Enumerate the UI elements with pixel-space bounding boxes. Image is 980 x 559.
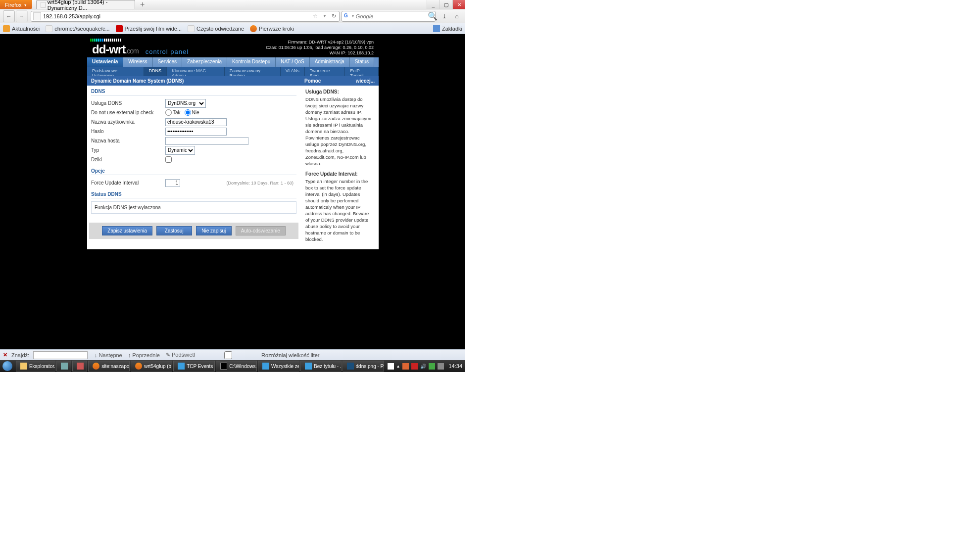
bookmark-item[interactable]: Często odwiedzane [188,25,244,32]
taskbar-item[interactable]: Wszystkie ze ... [258,361,299,372]
type-label: Typ [91,147,165,153]
ie-icon [262,363,269,370]
help-header: Pomoc wiecej... [300,76,379,86]
force-interval-input[interactable] [165,179,180,187]
home-icon[interactable]: ⌂ [451,11,462,22]
taskbar-item[interactable]: Bez tytułu - ... [300,361,341,372]
tab-wireless[interactable]: Wireless [123,57,152,67]
site-identity-icon[interactable] [33,12,41,20]
ie-icon [178,363,185,370]
username-input[interactable] [165,118,227,126]
tray-icon[interactable] [429,363,435,370]
bookmark-star-icon[interactable]: ☆ [310,13,321,19]
tray-icon[interactable] [388,363,394,370]
button-row: Zapisz ustawienia Zastosuj Nie zapisuj A… [89,223,298,239]
taskbar-item[interactable]: TCP Events ... [173,361,215,372]
search-box[interactable]: G ▾ 🔍 [342,11,436,22]
explorer-icon [20,363,27,370]
firefox-icon [93,363,99,370]
hostname-label: Nazwa hosta [91,138,165,143]
close-button[interactable]: ✕ [452,0,465,9]
bookmark-item[interactable]: chrome://seoquake/c... [46,25,109,32]
bookmark-item[interactable]: Prześlij swój film wide... [116,25,182,32]
tab-nat-qos[interactable]: NAT / QoS [276,57,309,67]
browser-tab[interactable]: wrt54glup (build 13064) - Dynamiczny D..… [36,0,135,9]
tab-administracja[interactable]: Administracja [310,57,350,67]
decor-dots [90,39,122,42]
extip-no-radio[interactable] [185,109,191,116]
extip-label: Do not use external ip check [91,110,165,115]
bookmarks-menu-button[interactable]: Zakładki [433,25,462,32]
maximize-button[interactable]: ▢ [440,0,452,9]
taskbar-clock[interactable]: 14:34 [448,363,462,369]
subtab-ddns[interactable]: DDNS [144,67,167,76]
tab-services[interactable]: Services [153,57,182,67]
ddns-legend: DDNS [91,88,296,95]
wildcard-checkbox[interactable] [165,156,172,163]
find-prev-button[interactable]: ↑ Poprzednie [128,352,160,358]
subtab-podstawowe[interactable]: Podstawowe Ustawienie [87,67,144,76]
tab-ustawienia[interactable]: Ustawienia [87,57,123,67]
subtab-routing[interactable]: Zaawansowany Routing [225,67,281,76]
service-select[interactable]: DynDNS.org [165,99,206,108]
start-button[interactable] [0,360,15,372]
password-input[interactable] [165,128,227,136]
search-engine-dropdown[interactable]: ▾ [350,14,356,18]
tray-expand-icon[interactable]: ▲ [396,364,400,369]
bookmark-item[interactable]: Aktualności [3,25,40,32]
forward-button[interactable]: → [16,10,28,22]
find-next-button[interactable]: ↓ Następne [95,352,122,358]
bookmark-item[interactable]: Pierwsze kroki [250,25,294,32]
back-button[interactable]: ← [3,10,15,22]
help-more-link[interactable]: wiecej... [356,78,375,84]
url-input[interactable] [43,13,310,19]
apply-button[interactable]: Zastosuj [156,226,192,235]
tray-icon[interactable] [402,363,409,370]
tab-title: wrt54glup (build 13064) - Dynamiczny D..… [48,0,131,11]
minimize-button[interactable]: _ [427,0,440,9]
windows-taskbar: Eksplorator... site:naszapol... wrt54glu… [0,360,465,372]
highlight-button[interactable]: ✎ Podświetl [166,352,195,358]
service-label: Usluga DDNS [91,100,165,106]
find-input[interactable] [33,351,88,359]
findbar-close-icon[interactable]: ✕ [3,352,7,358]
find-bar: ✕ Znajdź: ↓ Następne ↑ Poprzednie ✎ Podś… [0,349,465,360]
type-select[interactable]: Dynamiczny [165,146,195,155]
reload-button[interactable]: ↻ [329,13,339,19]
downloads-icon[interactable]: ⤓ [439,11,450,22]
tab-zabezpieczenia[interactable]: Zabezpieczenia [182,57,227,67]
subtab-vlans[interactable]: VLANs [281,67,305,76]
extip-yes-radio[interactable] [165,109,172,116]
subtab-eoip[interactable]: EoIP Tunnel [345,67,379,76]
subtab-tworzenie[interactable]: Tworzenie Sieci [305,67,345,76]
tab-status[interactable]: Status [350,57,374,67]
save-button[interactable]: Zapisz ustawienia [102,226,152,235]
taskbar-item[interactable]: wrt54glup (b... [131,361,172,372]
username-label: Nazwa uzytkownika [91,119,165,125]
google-icon: G [344,13,348,20]
taskbar-item[interactable] [72,361,87,372]
cancel-button[interactable]: Nie zapisuj [196,226,232,235]
force-label: Force Update Interval [91,180,165,186]
new-tab-button[interactable]: + [137,0,148,9]
window-titlebar: Firefox▼ wrt54glup (build 13064) - Dynam… [0,0,465,9]
url-dropdown-icon[interactable]: ▼ [321,14,329,18]
match-case-checkbox[interactable] [201,351,255,359]
taskbar-item[interactable]: site:naszapol... [88,361,130,372]
taskbar-item[interactable] [56,361,71,372]
volume-icon[interactable]: 🔊 [420,364,426,369]
network-icon[interactable] [438,363,444,370]
taskbar-item[interactable]: C:\Windows... [216,361,257,372]
search-icon[interactable]: 🔍 [425,11,441,21]
search-input[interactable] [356,13,425,19]
opcje-legend: Opcje [91,167,296,175]
auto-refresh-button[interactable]: Auto-odswiezanie [236,226,286,235]
url-bar[interactable]: ☆ ▼ ↻ [31,11,340,22]
taskbar-item[interactable]: ddns.png - P... [343,361,384,372]
firefox-menu-button[interactable]: Firefox▼ [0,0,32,9]
hostname-input[interactable] [165,137,248,145]
tab-kontrola[interactable]: Kontrola Dostepu [227,57,276,67]
subtab-mac[interactable]: Klonowanie MAC Adresu [167,67,224,76]
taskbar-item[interactable]: Eksplorator... [16,361,55,372]
tray-icon[interactable] [411,363,418,370]
